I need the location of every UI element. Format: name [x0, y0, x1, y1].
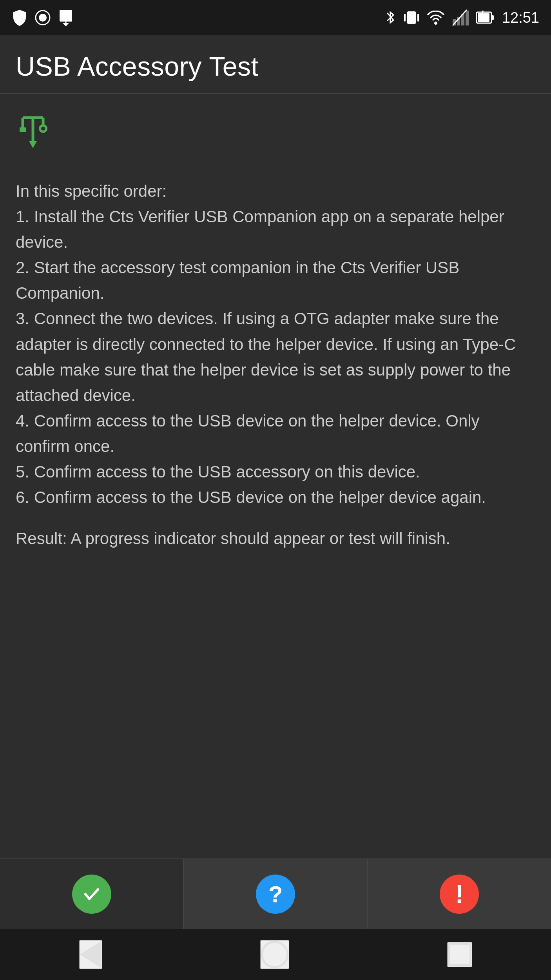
vibrate-icon: [403, 9, 420, 26]
wifi-icon: [427, 11, 445, 25]
recents-button[interactable]: [447, 942, 472, 967]
bluetooth-icon: [384, 9, 396, 26]
back-icon: [80, 941, 102, 968]
svg-rect-11: [466, 11, 469, 25]
usb-icon: [16, 114, 50, 161]
result-text: Result: A progress indicator should appe…: [16, 526, 535, 551]
back-button[interactable]: [79, 940, 102, 969]
main-content: In this specific order: 1. Install the C…: [0, 94, 551, 858]
instructions-text: In this specific order: 1. Install the C…: [16, 178, 535, 510]
svg-point-24: [40, 125, 46, 132]
battery-icon: [476, 9, 495, 26]
svg-marker-25: [29, 141, 37, 148]
recents-icon: [448, 943, 471, 966]
info-button[interactable]: ?: [184, 859, 368, 929]
pass-button[interactable]: [0, 859, 184, 929]
svg-rect-6: [404, 14, 406, 22]
record-icon: [34, 9, 51, 26]
pass-icon: [72, 875, 111, 914]
app-header: USB Accessory Test: [0, 35, 551, 94]
svg-rect-14: [491, 15, 494, 20]
home-button[interactable]: [260, 940, 289, 969]
status-bar-right-icons: 12:51: [384, 9, 539, 26]
status-time: 12:51: [502, 9, 539, 26]
svg-rect-22: [20, 127, 26, 132]
shield-icon: [12, 9, 27, 26]
svg-rect-5: [407, 11, 416, 24]
page-title: USB Accessory Test: [16, 51, 535, 82]
home-icon: [261, 941, 288, 968]
status-bar-left-icons: [12, 9, 74, 26]
no-signal-icon: [452, 9, 469, 26]
fail-icon: !: [440, 875, 479, 914]
svg-rect-2: [60, 10, 72, 22]
svg-point-1: [39, 14, 47, 22]
bottom-action-bar: ? !: [0, 858, 551, 929]
fail-button[interactable]: !: [368, 859, 551, 929]
nav-bar: [0, 929, 551, 980]
status-bar: 12:51: [0, 0, 551, 35]
svg-rect-7: [417, 14, 419, 22]
info-icon: ?: [256, 875, 295, 914]
download-icon: [58, 9, 74, 26]
